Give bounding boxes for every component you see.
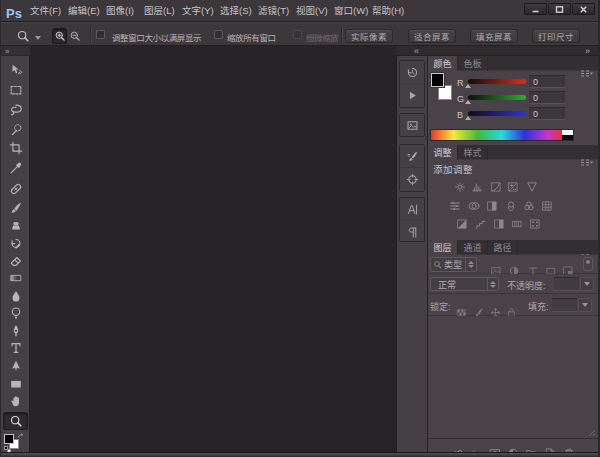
lock-all-button[interactable] <box>506 299 518 311</box>
zoom-all-windows-checkbox[interactable] <box>214 30 223 39</box>
paragraph-panel-button[interactable] <box>400 221 424 244</box>
fit-screen-button[interactable]: 适合屏幕 <box>408 29 456 43</box>
clone-stamp-tool[interactable] <box>3 217 28 235</box>
adjustment-gradient-map[interactable] <box>510 217 524 231</box>
adjustment-invert[interactable] <box>455 217 469 231</box>
type-tool[interactable] <box>3 339 28 357</box>
eraser-tool[interactable] <box>3 252 28 270</box>
adjustment-color-balance[interactable] <box>467 199 481 213</box>
tab-paths[interactable]: 路径 <box>488 240 518 255</box>
collapse-dock-icon[interactable]: » <box>585 45 590 56</box>
filter-smart-object-layers[interactable] <box>562 258 575 271</box>
brush-panel-button[interactable] <box>400 145 424 168</box>
filter-type-layers[interactable] <box>527 258 540 271</box>
adjustment-brightness-contrast[interactable] <box>453 180 467 194</box>
menu-select[interactable]: 选择(S) <box>220 0 258 22</box>
menu-window[interactable]: 窗口(W) <box>334 0 372 22</box>
b-slider-thumb[interactable] <box>465 116 471 120</box>
adjustment-posterize[interactable] <box>474 217 488 231</box>
layers-list[interactable] <box>428 316 598 438</box>
resize-grip-icon[interactable] <box>586 427 596 437</box>
swap-colors-icon[interactable] <box>17 433 25 441</box>
clone-source-panel-button[interactable] <box>400 168 424 191</box>
fill-value-field[interactable] <box>552 298 577 312</box>
lock-position-button[interactable] <box>490 299 502 311</box>
tab-adjustments[interactable]: 调整 <box>428 145 458 160</box>
menu-help[interactable]: 帮助(H) <box>372 0 410 22</box>
history-panel-button[interactable] <box>400 61 424 84</box>
b-slider-track[interactable] <box>468 111 526 116</box>
brush-tool[interactable] <box>3 199 28 217</box>
move-tool[interactable] <box>3 61 28 79</box>
fill-dropdown-arrow[interactable] <box>578 298 592 312</box>
print-size-button[interactable]: 打印尺寸 <box>532 29 580 43</box>
adjustment-selective-color[interactable] <box>528 217 542 231</box>
quick-select-tool[interactable] <box>3 121 28 139</box>
fill-screen-button[interactable]: 填充屏幕 <box>470 29 518 43</box>
blend-mode-dropdown[interactable]: 正常 <box>430 277 499 291</box>
adjustment-curves[interactable] <box>489 180 503 194</box>
filter-pixel-layers[interactable] <box>490 258 503 271</box>
menu-type[interactable]: 文字(Y) <box>182 0 220 22</box>
character-panel-button[interactable] <box>400 198 424 221</box>
opacity-value-field[interactable] <box>554 277 579 291</box>
adjustment-channel-mixer[interactable] <box>522 199 536 213</box>
r-value-field[interactable]: 0 <box>529 75 565 88</box>
adjustment-exposure[interactable] <box>506 180 520 194</box>
opacity-dropdown-arrow[interactable] <box>580 277 594 291</box>
black-chip[interactable] <box>562 135 573 140</box>
tab-color[interactable]: 颜色 <box>428 56 458 71</box>
zoom-tool[interactable] <box>3 412 28 430</box>
g-slider-thumb[interactable] <box>465 100 471 104</box>
lock-image-pixels-button[interactable] <box>473 299 485 311</box>
g-value-field[interactable]: 0 <box>529 91 565 104</box>
adjustment-levels[interactable] <box>470 180 484 194</box>
menu-filter[interactable]: 滤镜(T) <box>258 0 296 22</box>
lasso-tool[interactable] <box>3 101 28 119</box>
pen-tool[interactable] <box>3 322 28 340</box>
maximize-button[interactable] <box>548 3 571 15</box>
toolbar-header[interactable]: » <box>1 46 30 56</box>
actual-pixels-button[interactable]: 实际像素 <box>345 29 393 43</box>
tab-styles[interactable]: 样式 <box>458 145 488 160</box>
history-brush-tool[interactable] <box>3 234 28 252</box>
menu-view[interactable]: 视图(V) <box>296 0 334 22</box>
adjustment-color-lookup[interactable] <box>540 199 554 213</box>
lock-transparent-pixels-button[interactable] <box>456 299 468 311</box>
adjustment-vibrance[interactable] <box>525 180 539 194</box>
document-canvas-area[interactable] <box>30 46 396 452</box>
hand-tool[interactable] <box>3 392 28 410</box>
marquee-tool[interactable] <box>3 81 28 99</box>
b-value-field[interactable]: 0 <box>529 107 565 120</box>
actions-panel-button[interactable] <box>400 84 424 107</box>
zoom-out-button[interactable] <box>67 28 82 44</box>
scrubby-zoom-checkbox[interactable] <box>293 30 302 39</box>
minimize-button[interactable] <box>524 3 547 15</box>
gradient-tool[interactable] <box>3 269 28 287</box>
close-button[interactable] <box>572 3 595 15</box>
filter-kind-dropdown[interactable]: 类型 <box>430 257 477 272</box>
foreground-color-swatch[interactable] <box>4 434 14 444</box>
shape-tool[interactable] <box>3 375 28 393</box>
dodge-tool[interactable] <box>3 304 28 322</box>
eyedropper-tool[interactable] <box>3 159 28 177</box>
blur-tool[interactable] <box>3 287 28 305</box>
menu-edit[interactable]: 编辑(E) <box>68 0 106 22</box>
color-spectrum-ramp[interactable] <box>430 129 574 141</box>
filter-adjustment-layers[interactable] <box>508 258 521 271</box>
tab-layers[interactable]: 图层 <box>428 240 458 255</box>
r-slider-thumb[interactable] <box>465 84 471 88</box>
g-slider-track[interactable] <box>468 95 526 100</box>
mini-bridge-panel-button[interactable] <box>400 114 424 137</box>
menu-layer[interactable]: 图层(L) <box>144 0 182 22</box>
resize-windows-to-fit-checkbox[interactable] <box>96 30 105 39</box>
spot-healing-tool[interactable] <box>3 180 28 198</box>
zoom-in-button[interactable] <box>52 28 67 44</box>
filter-shape-layers[interactable] <box>545 258 558 271</box>
menu-file[interactable]: 文件(F) <box>30 0 68 22</box>
tab-channels[interactable]: 通道 <box>458 240 488 255</box>
adjustment-hue-saturation[interactable] <box>448 199 462 213</box>
tool-preset-picker[interactable] <box>16 28 44 44</box>
r-slider-track[interactable] <box>468 79 526 84</box>
menu-image[interactable]: 图像(I) <box>106 0 144 22</box>
